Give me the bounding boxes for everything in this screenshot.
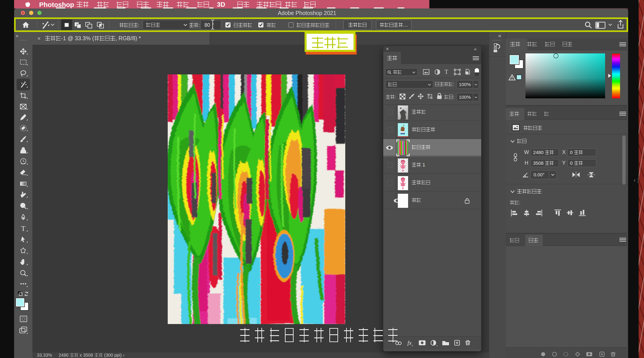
svg-text:fx: fx (408, 340, 412, 346)
svg-text:T: T (21, 225, 26, 232)
